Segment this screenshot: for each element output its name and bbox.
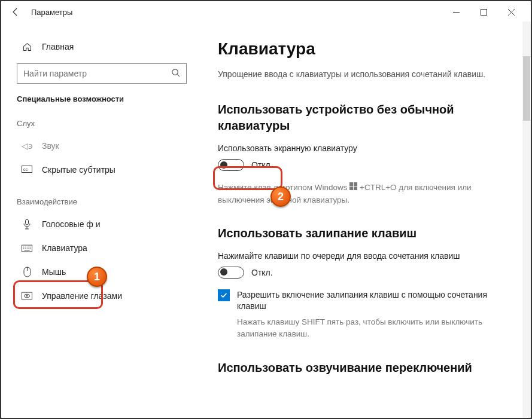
sidebar-group: Специальные возможности	[17, 94, 193, 103]
search-box[interactable]	[17, 63, 187, 84]
nav-captions-label: Скрытые субтитры	[42, 165, 115, 175]
nav-eye-label: Управление глазами	[42, 291, 122, 301]
scrollbar[interactable]	[522, 22, 531, 418]
nav-zvuk-label: Звук	[42, 141, 59, 151]
nav-voice[interactable]: Голосовые ф и	[17, 212, 193, 236]
cc-icon: cc	[22, 166, 32, 174]
osk-toggle[interactable]	[218, 159, 244, 171]
osk-hint: Нажмите клав логотипом Windows +CTRL+O д…	[218, 182, 481, 206]
sticky-checkbox-row: Разрешить включение залипания клавиш с п…	[218, 289, 513, 313]
page-subtitle: Упрощение ввода с клавиатуры и использов…	[218, 69, 513, 79]
sticky-hint: Нажать клавишу SHIFT пять раз, чтобы вкл…	[237, 316, 500, 341]
sticky-shortcut-checkbox[interactable]	[218, 289, 230, 301]
window-title: Параметры	[31, 8, 442, 17]
nav-home[interactable]: Главная	[17, 35, 193, 59]
nav-zvuk[interactable]: ◁ͽ Звук	[17, 134, 193, 158]
sticky-toggle-row: Откл.	[218, 267, 513, 279]
svg-rect-1	[481, 9, 487, 15]
back-button[interactable]	[7, 4, 24, 20]
minimize-button[interactable]	[442, 2, 470, 22]
nav-home-label: Главная	[42, 42, 74, 51]
svg-line-5	[177, 74, 180, 77]
sticky-toggle[interactable]	[218, 267, 244, 279]
nav-mouse-label: Мышь	[42, 267, 66, 277]
osk-toggle-state: Откл.	[251, 160, 273, 170]
window-controls	[442, 2, 525, 22]
maximize-button[interactable]	[470, 2, 497, 22]
nav-keyboard-label: Клавиатура	[42, 243, 87, 253]
eye-control-icon	[22, 292, 32, 300]
home-icon	[22, 42, 32, 52]
svg-rect-20	[349, 186, 353, 190]
svg-point-17	[26, 295, 28, 296]
nav-keyboard[interactable]: Клавиатура	[17, 236, 193, 260]
main-content: Клавиатура Упрощение ввода с клавиатуры …	[199, 23, 531, 418]
osk-toggle-row: Откл.	[218, 159, 513, 171]
sticky-label: Нажимайте клавиши по очереди для ввода с…	[218, 251, 513, 261]
nav-captions[interactable]: cc Скрытые субтитры	[17, 158, 193, 182]
keyboard-icon	[22, 244, 32, 252]
section-interaction: Взаимодействие	[17, 197, 193, 206]
annotation-badge-2: 2	[270, 186, 291, 207]
svg-rect-21	[354, 186, 357, 190]
annotation-badge-1: 1	[87, 267, 107, 287]
svg-text:cc: cc	[23, 167, 28, 172]
microphone-icon	[22, 219, 32, 230]
sticky-checkbox-label: Разрешить включение залипания клавиш с п…	[237, 289, 488, 313]
titlebar: Параметры	[1, 1, 531, 23]
osk-label: Использовать экранную клавиатуру	[218, 143, 513, 153]
page-title: Клавиатура	[218, 39, 513, 59]
sidebar: Главная Специальные возможности Слух ◁ͽ …	[1, 23, 199, 418]
svg-rect-19	[354, 182, 357, 186]
svg-rect-18	[349, 182, 353, 186]
search-icon	[171, 68, 180, 79]
sound-icon: ◁ͽ	[22, 141, 32, 151]
search-input[interactable]	[23, 69, 167, 78]
section2-title: Использовать залипание клавиш	[218, 225, 513, 241]
section-hearing: Слух	[17, 119, 193, 128]
nav-eye[interactable]: Управление глазами	[17, 284, 193, 308]
settings-window: Параметры Главная Специальные возможност…	[0, 0, 532, 419]
section3-title: Использовать озвучивание переключений	[218, 360, 513, 376]
mouse-icon	[22, 267, 32, 277]
section1-title: Использовать устройство без обычной клав…	[218, 102, 513, 134]
svg-point-4	[172, 69, 178, 74]
sticky-toggle-state: Откл.	[251, 268, 273, 277]
windows-logo-icon	[349, 182, 357, 194]
window-body: Главная Специальные возможности Слух ◁ͽ …	[1, 23, 531, 418]
nav-voice-label: Голосовые ф и	[42, 219, 101, 229]
close-button[interactable]	[497, 2, 525, 22]
svg-rect-8	[26, 219, 29, 225]
scrollbar-thumb[interactable]	[523, 56, 530, 121]
